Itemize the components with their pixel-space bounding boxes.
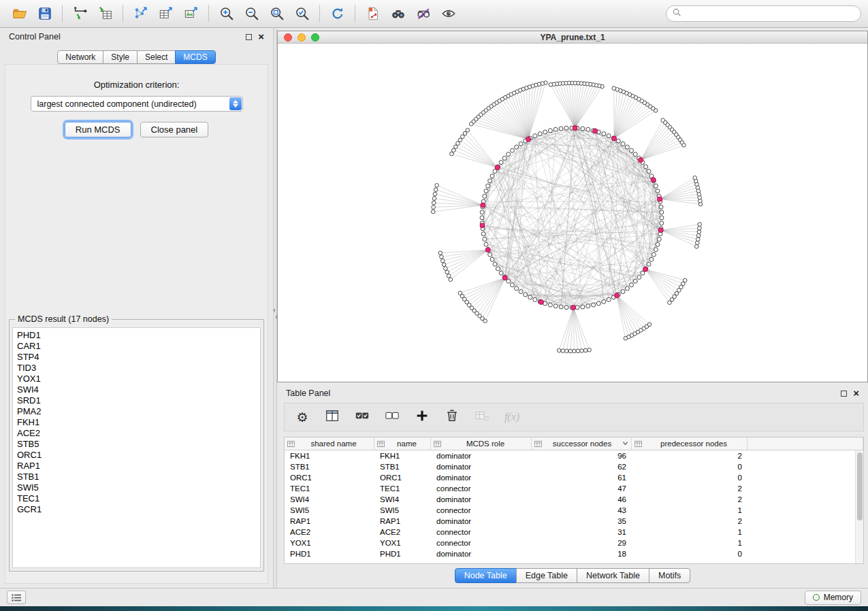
network-node[interactable] [586,304,590,308]
network-node[interactable] [697,230,701,234]
network-node[interactable] [438,251,443,255]
column-header-successor-nodes[interactable]: successor nodes [532,437,632,450]
network-node[interactable] [483,319,487,323]
mcds-result-list[interactable]: PHD1CAR1STP4TID3YOX1SWI4SRD1PMA2FKH1ACE2… [12,327,261,568]
network-node[interactable] [458,138,462,142]
dominator-node[interactable] [612,136,617,141]
network-node[interactable] [568,349,573,353]
zoom-out-button[interactable] [239,3,264,24]
network-node[interactable] [647,323,652,327]
deselect-all-rows-button[interactable] [384,409,400,425]
network-node[interactable] [657,237,661,242]
first-neighbors-button[interactable] [385,3,411,24]
network-node[interactable] [549,83,553,87]
mcds-result-item[interactable]: STB1 [17,472,256,482]
network-node[interactable] [647,262,651,266]
network-node[interactable] [553,304,558,308]
network-node[interactable] [449,278,453,282]
network-node[interactable] [461,135,465,139]
network-node[interactable] [641,271,645,275]
refresh-view-button[interactable] [325,3,350,24]
network-node[interactable] [630,283,634,287]
network-node[interactable] [553,127,558,131]
close-panel-button[interactable]: Close panel [140,122,209,137]
dominator-node[interactable] [539,300,543,305]
save-session-button[interactable] [32,3,57,24]
network-node[interactable] [499,271,503,275]
table-row[interactable]: ORC1ORC1dominator610 [285,472,855,483]
network-node[interactable] [565,349,569,353]
network-node[interactable] [607,134,611,138]
network-node[interactable] [519,142,523,146]
network-node[interactable] [649,257,654,261]
dominator-node[interactable] [481,203,485,208]
network-node[interactable] [490,257,494,261]
network-node[interactable] [564,306,568,310]
network-node[interactable] [483,237,487,242]
close-window-button[interactable] [284,33,292,42]
network-node[interactable] [466,129,470,133]
mcds-result-item[interactable]: TID3 [17,363,256,374]
network-node[interactable] [696,241,700,245]
search-box[interactable] [666,5,861,22]
network-node[interactable] [596,301,600,306]
dominator-node[interactable] [485,248,490,252]
mcds-result-item[interactable]: CAR1 [17,341,256,352]
mcds-result-item[interactable]: TEC1 [17,493,256,504]
mcds-result-item[interactable]: SWI5 [17,482,256,493]
network-node[interactable] [484,189,488,193]
table-scrollbar[interactable] [855,450,863,563]
dominator-node[interactable] [658,228,663,233]
network-node[interactable] [452,148,456,152]
export-image-button[interactable] [178,3,204,24]
mcds-result-item[interactable]: ACE2 [17,428,256,439]
network-node[interactable] [633,279,637,283]
tab-node-table[interactable]: Node Table [455,568,517,583]
tab-network-table[interactable]: Network Table [577,568,649,583]
criterion-dropdown[interactable]: largest connected component (undirected) [31,96,243,112]
run-mcds-button[interactable]: Run MCDS [65,122,131,137]
network-node[interactable] [602,132,606,136]
dominator-node[interactable] [571,306,576,310]
network-node[interactable] [647,169,651,174]
dominator-node[interactable] [651,178,656,182]
network-node[interactable] [696,233,701,237]
mcds-result-item[interactable]: ORC1 [17,450,256,461]
share-document-button[interactable] [360,3,385,24]
network-node[interactable] [607,297,611,301]
network-node[interactable] [621,290,625,294]
network-node[interactable] [433,192,437,196]
float-table-panel-icon[interactable] [841,391,847,397]
mcds-result-item[interactable]: RAP1 [17,461,256,472]
column-header-name[interactable]: name [374,437,431,450]
network-node[interactable] [502,156,507,161]
network-node[interactable] [659,205,663,209]
table-row[interactable]: PHD1PHD1dominator180 [285,548,855,559]
network-node[interactable] [444,267,448,271]
network-graph[interactable] [278,44,867,382]
network-node[interactable] [693,176,697,180]
network-node[interactable] [483,194,487,198]
column-header-shared-name[interactable]: shared name [285,437,374,450]
mcds-result-item[interactable]: GCR1 [17,504,256,515]
network-node[interactable] [511,148,515,152]
network-node[interactable] [442,263,446,267]
dominator-node[interactable] [573,126,577,131]
network-node[interactable] [576,349,580,353]
table-row[interactable]: SWI5SWI5connector431 [285,505,855,516]
status-menu-button[interactable] [7,591,26,604]
memory-button[interactable]: Memory [805,591,861,605]
tab-style[interactable]: Style [103,50,138,64]
network-node[interactable] [470,122,474,126]
close-panel-icon[interactable]: × [258,33,264,40]
network-node[interactable] [431,210,435,214]
network-node[interactable] [660,221,664,225]
show-hide-columns-button[interactable] [324,409,340,425]
network-node[interactable] [496,267,500,271]
table-row[interactable]: TEC1TEC1connector472 [285,483,855,494]
import-network-from-file-button[interactable] [67,3,93,24]
zoom-window-button[interactable] [311,33,319,42]
search-input[interactable] [686,9,855,18]
network-node[interactable] [480,216,484,220]
network-node[interactable] [507,152,511,156]
